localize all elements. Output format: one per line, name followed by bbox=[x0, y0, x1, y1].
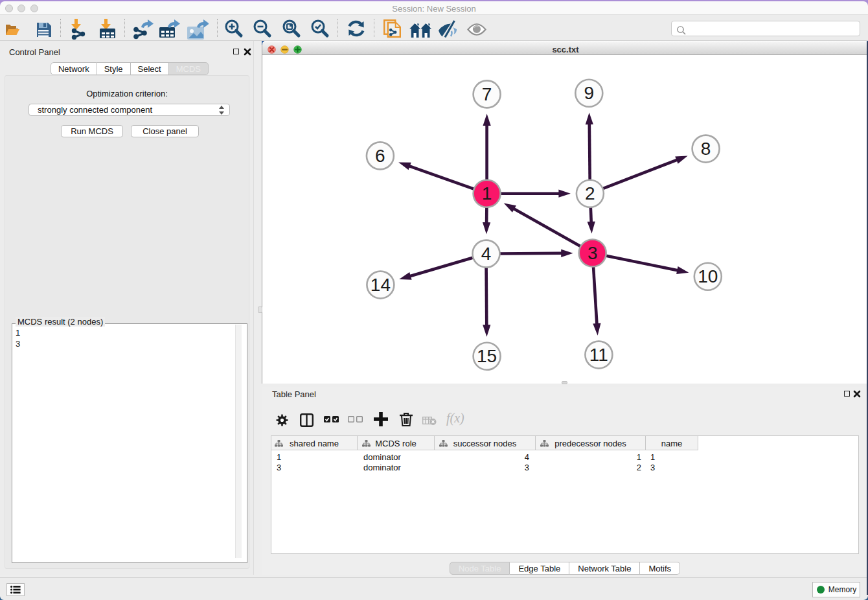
svg-text:8: 8 bbox=[701, 139, 711, 159]
svg-text:1: 1 bbox=[482, 183, 492, 203]
svg-text:9: 9 bbox=[584, 83, 595, 103]
svg-text:2: 2 bbox=[585, 183, 595, 203]
svg-text:6: 6 bbox=[375, 146, 385, 166]
svg-text:11: 11 bbox=[589, 345, 608, 365]
svg-text:3: 3 bbox=[588, 243, 598, 263]
svg-text:7: 7 bbox=[482, 84, 492, 104]
svg-text:4: 4 bbox=[481, 244, 492, 264]
svg-text:15: 15 bbox=[477, 346, 497, 366]
svg-text:10: 10 bbox=[698, 266, 718, 286]
svg-text:14: 14 bbox=[371, 275, 391, 295]
